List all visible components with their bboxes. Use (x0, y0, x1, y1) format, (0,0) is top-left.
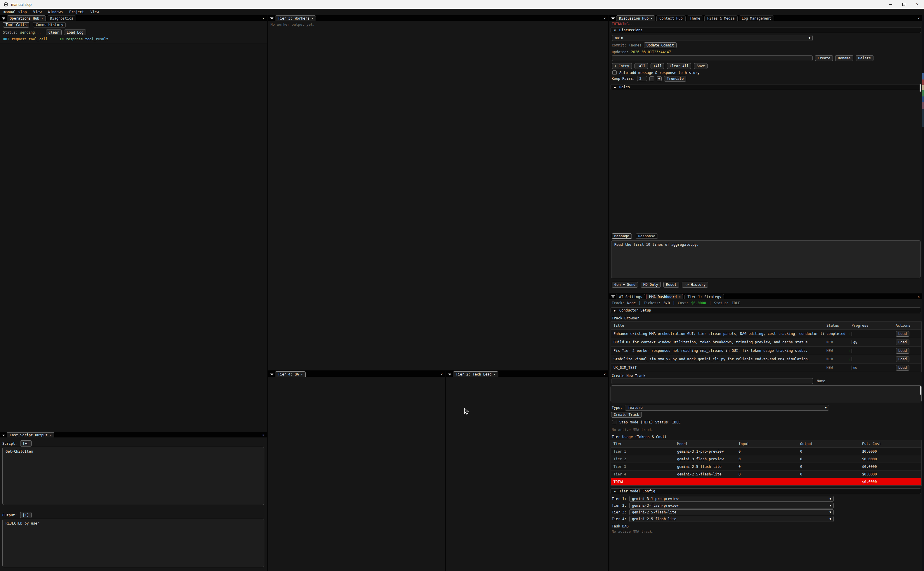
subtab-message[interactable]: Message (612, 233, 632, 239)
load-button[interactable]: Load (896, 340, 909, 345)
keep-pairs-decrement-button[interactable]: - (649, 76, 654, 81)
tab-tier4-qa[interactable]: Tier 4: QA ✕ (275, 371, 306, 377)
menu-item-project[interactable]: Project (69, 10, 84, 14)
menu-item-view[interactable]: View (33, 10, 42, 14)
script-content[interactable]: Get-ChildItem (2, 447, 264, 505)
message-textarea[interactable]: Read the first 10 lines of aggregate.py. (611, 240, 921, 278)
dock-icon[interactable] (448, 373, 451, 376)
roles-section-header[interactable]: ▶ Roles (611, 84, 921, 90)
scrollbar-thumb[interactable] (920, 386, 921, 395)
reset-button[interactable]: Reset (664, 282, 679, 287)
subtab-response[interactable]: Response (636, 233, 658, 239)
save-button[interactable]: Save (694, 63, 708, 69)
create-track-button[interactable]: Create Track (611, 412, 642, 418)
tab-last-script-output[interactable]: Last Script Output ✕ (7, 432, 54, 437)
close-panel-icon[interactable]: ✕ (262, 16, 267, 21)
autoadd-checkbox[interactable] (612, 70, 617, 75)
truncate-button[interactable]: Truncate (664, 76, 686, 82)
tab-ai-settings[interactable]: AI Settings (616, 294, 645, 299)
dock-icon[interactable] (270, 17, 273, 20)
tab-log-management[interactable]: Log Management (739, 15, 774, 21)
close-window-button[interactable]: ✕ (910, 0, 924, 9)
maximize-button[interactable] (897, 0, 910, 9)
load-log-button[interactable]: Load Log (64, 29, 86, 35)
menu-item-view-2[interactable]: View (91, 10, 99, 14)
load-button[interactable]: Load (896, 365, 909, 370)
discussion-select[interactable]: main ▼ (612, 35, 813, 41)
tool-calls-list[interactable] (0, 43, 267, 432)
close-tab-icon[interactable]: ✕ (679, 295, 681, 298)
load-button[interactable]: Load (896, 331, 909, 336)
close-panel-icon[interactable]: ✕ (604, 372, 608, 377)
dock-icon[interactable] (2, 434, 5, 437)
md-only-button[interactable]: MD Only (641, 282, 661, 287)
track-type-select[interactable]: feature ▼ (625, 405, 829, 411)
scrollbar-thumb[interactable] (919, 84, 921, 92)
conductor-setup-header[interactable]: ▶ Conductor Setup (611, 307, 921, 313)
tab-files-media[interactable]: Files & Media (704, 15, 738, 21)
tier-model-config-header[interactable]: ▼ Tier Model Config (611, 488, 921, 494)
output-content[interactable]: REJECTED by user (2, 519, 264, 567)
output-expand-button[interactable]: [+] (20, 512, 32, 518)
close-panel-icon[interactable]: ✕ (440, 372, 445, 377)
keep-pairs-increment-button[interactable]: + (657, 76, 662, 81)
track-row[interactable]: Build UI for context window utilization,… (611, 338, 921, 346)
tab-mma-dashboard[interactable]: MMA Dashboard ✕ (646, 294, 683, 299)
dock-icon[interactable] (611, 295, 614, 298)
close-tab-icon[interactable]: ✕ (494, 373, 496, 376)
close-panel-icon[interactable]: ✕ (262, 433, 267, 437)
new-track-description-textarea[interactable] (611, 386, 922, 403)
load-button[interactable]: Load (896, 348, 909, 353)
rename-button[interactable]: Rename (835, 55, 853, 61)
close-panel-icon[interactable]: ✕ (918, 16, 922, 21)
gen-send-button[interactable]: Gen + Send (612, 282, 638, 287)
menu-item-manual-slop[interactable]: manual slop (3, 10, 26, 14)
tier4-model-select[interactable]: gemini-2.5-flash-lite ▼ (629, 516, 834, 522)
close-panel-icon[interactable]: ✕ (918, 295, 922, 299)
to-history-button[interactable]: -> History (682, 282, 708, 287)
close-tab-icon[interactable]: ✕ (41, 17, 43, 20)
track-row[interactable]: Stabilize visual_sim_mma_v2.py and mock_… (611, 355, 921, 363)
tab-theme[interactable]: Theme (687, 15, 703, 21)
tier1-model-select[interactable]: gemini-3.1-pro-preview ▼ (629, 496, 834, 502)
tab-diagnostics[interactable]: Diagnostics (47, 15, 76, 21)
minus-all-button[interactable]: -All (634, 63, 648, 69)
tab-tier1-strategy[interactable]: Tier 1: Strategy (684, 294, 724, 299)
minimize-button[interactable] (884, 0, 897, 9)
tab-context-hub[interactable]: Context Hub (656, 15, 685, 21)
close-tab-icon[interactable]: ✕ (301, 373, 303, 376)
clear-all-button[interactable]: Clear All (667, 63, 691, 69)
create-button[interactable]: Create (815, 55, 833, 61)
load-button[interactable]: Load (896, 356, 909, 362)
subtab-comms-history[interactable]: Comms History (33, 22, 66, 28)
discussions-section-header[interactable]: ▼ Discussions (611, 27, 921, 33)
tier3-model-select[interactable]: gemini-2.5-flash-lite ▼ (629, 509, 834, 515)
tab-discussion-hub[interactable]: Discussion Hub ✕ (616, 15, 655, 21)
clear-button[interactable]: Clear (46, 29, 62, 35)
dock-icon[interactable] (2, 17, 5, 20)
track-row[interactable]: Enhance existing MMA orchestration GUI: … (611, 329, 921, 338)
dock-icon[interactable] (611, 17, 614, 20)
add-entry-button[interactable]: + Entry (612, 63, 632, 69)
track-row[interactable]: Fix Tier 3 worker responses not reaching… (611, 346, 921, 355)
step-mode-checkbox[interactable] (612, 420, 616, 424)
dock-icon[interactable] (270, 373, 273, 376)
discussion-name-input[interactable] (612, 55, 813, 61)
tab-operations-hub[interactable]: Operations Hub ✕ (7, 15, 46, 21)
track-row[interactable]: UX_SIM_TEST NEW 0% Load (611, 363, 921, 372)
delete-button[interactable]: Delete (856, 55, 873, 61)
menu-item-windows[interactable]: Windows (48, 10, 63, 14)
script-expand-button[interactable]: [+] (20, 440, 32, 446)
close-tab-icon[interactable]: ✕ (651, 17, 652, 20)
subtab-tool-calls[interactable]: Tool Calls (3, 22, 29, 28)
tier2-model-select[interactable]: gemini-3-flash-preview ▼ (629, 503, 834, 508)
tab-tier2-tech-lead[interactable]: Tier 2: Tech Lead ✕ (453, 371, 498, 377)
tab-tier3-workers[interactable]: Tier 3: Workers ✕ (275, 15, 316, 21)
new-track-name-input[interactable] (611, 378, 813, 384)
update-commit-button[interactable]: Update Commit (644, 42, 676, 48)
plus-all-button[interactable]: +All (651, 63, 664, 69)
close-tab-icon[interactable]: ✕ (50, 434, 51, 437)
close-panel-icon[interactable]: ✕ (604, 16, 608, 21)
close-tab-icon[interactable]: ✕ (311, 17, 313, 20)
keep-pairs-input[interactable]: 2 (637, 76, 647, 81)
